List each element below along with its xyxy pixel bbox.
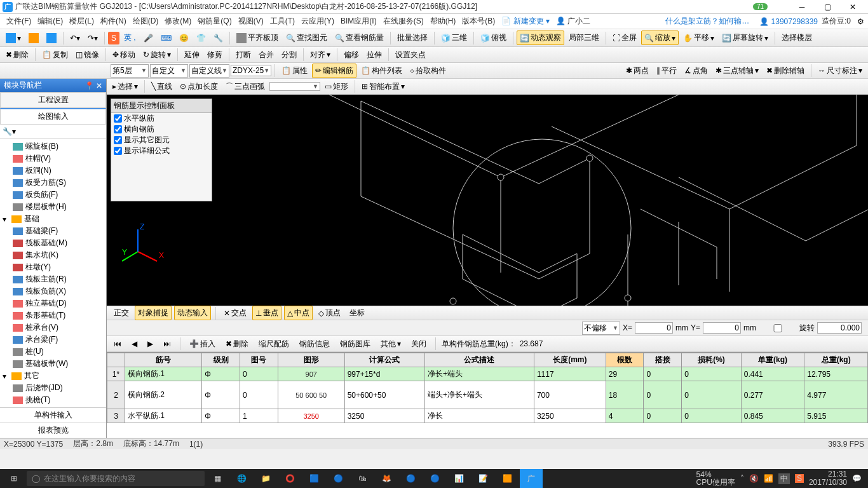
app-icon-2[interactable]: 📁 bbox=[254, 469, 277, 488]
rotate-button[interactable]: ↻旋转▾ bbox=[140, 48, 174, 62]
rotate-screen-button[interactable]: 🔄屏幕旋转▾ bbox=[719, 30, 771, 45]
category-dropdown[interactable]: 自定义▼ bbox=[150, 64, 188, 78]
offset-x-input[interactable] bbox=[635, 322, 673, 334]
tray-ime-badge[interactable]: 中 bbox=[778, 473, 790, 484]
3d-button[interactable]: 🧊三维 bbox=[438, 30, 470, 45]
menu-help[interactable]: 帮助(H) bbox=[428, 15, 459, 28]
close-table-button[interactable]: 关闭 bbox=[408, 337, 430, 351]
trim-button[interactable]: 修剪 bbox=[204, 48, 226, 62]
menu-file[interactable]: 文件(F) bbox=[4, 15, 34, 28]
menu-tool[interactable]: 工具(T) bbox=[268, 15, 297, 28]
three-point-aux-button[interactable]: ✱三点辅轴▾ bbox=[712, 64, 762, 78]
nav-first-button[interactable]: ⏮ bbox=[111, 337, 125, 350]
snap-intersect[interactable]: ✕交点 bbox=[220, 306, 250, 320]
menu-draw[interactable]: 绘图(D) bbox=[130, 15, 161, 28]
tree-item[interactable]: 板洞(N) bbox=[0, 165, 106, 177]
app-icon-5[interactable]: 🔵 bbox=[327, 469, 349, 488]
tree-item[interactable]: 板受力筋(S) bbox=[0, 177, 106, 189]
menu-modify[interactable]: 修改(M) bbox=[162, 15, 194, 28]
ortho-button[interactable]: 正交 bbox=[111, 306, 132, 320]
menu-bim[interactable]: BIM应用(I) bbox=[338, 15, 379, 28]
pick-component-button[interactable]: ⟐拾取构件 bbox=[407, 64, 449, 78]
snap-coord[interactable]: 坐标 bbox=[346, 306, 368, 320]
nav-prev-button[interactable]: ◀ bbox=[128, 337, 140, 350]
tree-item[interactable]: 楼层板带(H) bbox=[0, 201, 106, 213]
tree-item[interactable]: 基础梁(F) bbox=[0, 225, 106, 237]
point-len-tool[interactable]: ⊙点加长度 bbox=[177, 79, 221, 94]
snap-vertex[interactable]: ◇顶点 bbox=[315, 306, 344, 320]
tree-item[interactable]: 桩承台(V) bbox=[0, 322, 106, 334]
undo-button[interactable]: ↶▾ bbox=[67, 32, 83, 44]
app-icon-6[interactable]: 🛍 bbox=[351, 469, 374, 488]
tray-date[interactable]: 2017/10/30 bbox=[809, 478, 847, 487]
tree-item[interactable]: 独立基础(D) bbox=[0, 297, 106, 309]
menu-floor[interactable]: 楼层(L) bbox=[67, 15, 97, 28]
component-list-button[interactable]: 📋构件列表 bbox=[358, 64, 405, 78]
rebar-lib-button[interactable]: 钢筋图库 bbox=[337, 337, 374, 351]
tab-report-preview[interactable]: 报表预览 bbox=[0, 423, 106, 438]
tree-toolbar-icon[interactable]: 🔧▾ bbox=[3, 127, 16, 136]
offset-mode-dropdown[interactable]: 不偏移▼ bbox=[582, 322, 620, 335]
edit-rebar-button[interactable]: ✏编辑钢筋 bbox=[312, 64, 356, 78]
tab-single-input[interactable]: 单构件输入 bbox=[0, 407, 106, 423]
tray-up-icon[interactable]: ˄ bbox=[740, 474, 744, 483]
menu-version[interactable]: 版本号(B) bbox=[459, 15, 498, 28]
maximize-button[interactable]: ▢ bbox=[818, 3, 836, 11]
notify-badge[interactable]: 71 bbox=[753, 3, 768, 10]
app-icon-3[interactable]: ⭕ bbox=[278, 469, 301, 488]
item-dropdown[interactable]: ZDYX-25▼ bbox=[231, 65, 271, 76]
dimension-button[interactable]: ↔尺寸标注▾ bbox=[815, 64, 865, 78]
view-rebar-button[interactable]: 🔍查看钢筋量 bbox=[332, 30, 387, 45]
phone-label[interactable]: 👤 13907298339 bbox=[759, 17, 818, 26]
extend-button[interactable]: 延伸 bbox=[181, 48, 203, 62]
tree-item[interactable]: 承台梁(F) bbox=[0, 334, 106, 346]
menu-edit[interactable]: 编辑(E) bbox=[35, 15, 65, 28]
tree-item[interactable]: 筏板主筋(R) bbox=[0, 273, 106, 285]
delete-button[interactable]: ✖删除 bbox=[3, 48, 32, 62]
tree-item[interactable]: 基础板带(W) bbox=[0, 358, 106, 370]
rect-tool[interactable]: ▭矩形 bbox=[322, 79, 351, 94]
minimize-button[interactable]: ─ bbox=[793, 3, 811, 11]
tab-draw-input[interactable]: 绘图输入 bbox=[0, 108, 106, 125]
rotate-angle-input[interactable] bbox=[817, 322, 862, 334]
offset-y-input[interactable] bbox=[703, 322, 741, 334]
select-floor-button[interactable]: 选择楼层 bbox=[778, 30, 815, 45]
stretch-button[interactable]: 拉伸 bbox=[363, 48, 385, 62]
orbit-button[interactable]: 🔄动态观察 bbox=[517, 30, 564, 45]
menu-rebar[interactable]: 钢筋量(Q) bbox=[195, 15, 234, 28]
taskbar-search[interactable]: ◯ 在这里输入你要搜索的内容 bbox=[27, 471, 205, 486]
new-file-button[interactable]: ▾ bbox=[3, 31, 24, 45]
app-icon-9[interactable]: 🔵 bbox=[423, 469, 446, 488]
arc-dropdown[interactable]: ▼ bbox=[269, 82, 320, 91]
table-row[interactable]: 3水平纵筋.1Φ132503250净长32504000.8455.915 bbox=[107, 409, 868, 423]
tree-item[interactable]: ▾基础 bbox=[0, 213, 106, 225]
pan-button[interactable]: ✋平移▾ bbox=[680, 30, 717, 45]
merge-button[interactable]: 合并 bbox=[255, 48, 277, 62]
ime-gear-icon[interactable]: 🔧 bbox=[210, 32, 226, 44]
parallel-button[interactable]: ∥平行 bbox=[653, 64, 680, 78]
tree-item[interactable]: 螺旋板(B) bbox=[0, 140, 106, 152]
start-button[interactable]: ⊞ bbox=[3, 469, 25, 488]
tray-net-icon[interactable]: 🔇 bbox=[749, 474, 759, 483]
table-row[interactable]: 2横向钢筋.2Φ050 600 5050+600+50端头+净长+端头70018… bbox=[107, 381, 868, 409]
app-icon-8[interactable]: 🔵 bbox=[399, 469, 422, 488]
close-button[interactable]: ✕ bbox=[844, 3, 862, 11]
local-3d-button[interactable]: 局部三维 bbox=[566, 30, 602, 45]
menu-cloud[interactable]: 云应用(Y) bbox=[299, 15, 337, 28]
nav-last-button[interactable]: ⏭ bbox=[160, 337, 174, 350]
props-button[interactable]: 📋属性 bbox=[278, 64, 311, 78]
break-button[interactable]: 打断 bbox=[233, 48, 254, 62]
zoom-button[interactable]: 🔍缩放▾ bbox=[641, 30, 679, 45]
top-view-button[interactable]: 🧊俯视 bbox=[477, 30, 510, 45]
move-button[interactable]: ✥移动 bbox=[109, 48, 139, 62]
pin-icon[interactable]: 📍 ✕ bbox=[85, 81, 102, 90]
open-file-button[interactable] bbox=[25, 31, 42, 45]
tree-item[interactable]: 筏板负筋(X) bbox=[0, 285, 106, 297]
tree-item[interactable]: 后浇带(JD) bbox=[0, 382, 106, 394]
find-element-button[interactable]: 🔍查找图元 bbox=[283, 30, 330, 45]
snap-perp[interactable]: ⊥垂点 bbox=[252, 306, 281, 320]
user-avatar[interactable]: 👤 广小二 bbox=[553, 15, 593, 28]
app-icon-11[interactable]: 📝 bbox=[471, 469, 494, 488]
tray-notify-icon[interactable]: 💬 bbox=[852, 474, 862, 483]
settings-icon[interactable]: ⚙ bbox=[857, 17, 864, 26]
